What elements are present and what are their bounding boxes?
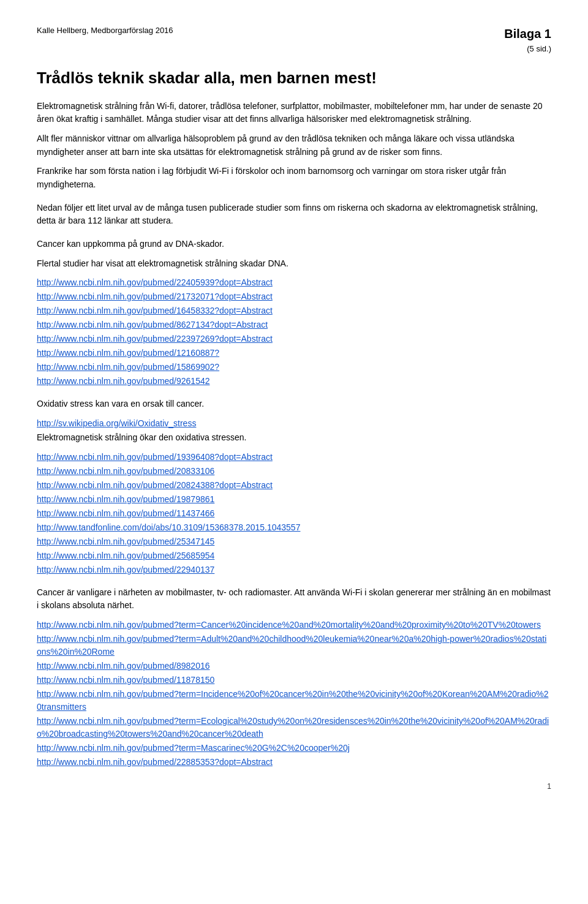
link-item: http://www.ncbi.nlm.nih.gov/pubmed?term=…	[37, 688, 551, 714]
pubmed-link[interactable]: http://www.ncbi.nlm.nih.gov/pubmed/22940…	[37, 565, 214, 574]
pubmed-link[interactable]: http://www.ncbi.nlm.nih.gov/pubmed/22405…	[37, 277, 273, 287]
pubmed-link[interactable]: http://www.ncbi.nlm.nih.gov/pubmed/11437…	[37, 508, 214, 518]
oxidativ-em-text: Elektromagnetisk strålning ökar den oxid…	[37, 431, 551, 445]
bilaga-title: Bilaga 1	[504, 24, 551, 43]
pubmed-link[interactable]: http://www.ncbi.nlm.nih.gov/pubmed/15869…	[37, 362, 219, 372]
link-item: http://www.ncbi.nlm.nih.gov/pubmed?term=…	[37, 633, 551, 658]
pubmed-link[interactable]: http://www.tandfonline.com/doi/abs/10.31…	[37, 522, 300, 532]
pubmed-link[interactable]: http://www.ncbi.nlm.nih.gov/pubmed/92615…	[37, 376, 210, 386]
cancer-near-section: Cancer är vanligare i närheten av mobilm…	[37, 586, 551, 769]
link-item: http://www.ncbi.nlm.nih.gov/pubmed/20824…	[37, 479, 551, 492]
page-header: Kalle Hellberg, Medborgarförslag 2016 Bi…	[37, 24, 551, 55]
link-item: http://www.ncbi.nlm.nih.gov/pubmed?term=…	[37, 619, 551, 631]
intro-paragraph-2: Allt fler människor vittnar om allvarlig…	[37, 132, 551, 159]
cancer-near-text: Cancer är vanligare i närheten av mobilm…	[37, 586, 551, 612]
pubmed-link[interactable]: http://www.ncbi.nlm.nih.gov/pubmed?term=…	[37, 620, 541, 630]
pubmed-link[interactable]: http://www.ncbi.nlm.nih.gov/pubmed/11878…	[37, 675, 214, 685]
pubmed-link[interactable]: http://www.ncbi.nlm.nih.gov/pubmed/22397…	[37, 334, 273, 344]
page-title: Trådlös teknik skadar alla, men barnen m…	[37, 66, 551, 90]
dna-links-block: http://www.ncbi.nlm.nih.gov/pubmed/22405…	[37, 276, 551, 388]
pubmed-link[interactable]: http://www.ncbi.nlm.nih.gov/pubmed?term=…	[37, 716, 549, 739]
pubmed-link[interactable]: http://www.ncbi.nlm.nih.gov/pubmed/86271…	[37, 320, 268, 330]
bilaga-info: Bilaga 1 (5 sid.)	[504, 24, 551, 55]
pubmed-link[interactable]: http://www.ncbi.nlm.nih.gov/pubmed/21732…	[37, 292, 273, 301]
link-item: http://www.ncbi.nlm.nih.gov/pubmed/12160…	[37, 347, 551, 360]
link-item: http://www.ncbi.nlm.nih.gov/pubmed/25347…	[37, 535, 551, 548]
pubmed-link[interactable]: http://www.ncbi.nlm.nih.gov/pubmed?term=…	[37, 689, 548, 712]
link-item: http://www.ncbi.nlm.nih.gov/pubmed/89820…	[37, 660, 551, 672]
link-item: http://www.ncbi.nlm.nih.gov/pubmed/11437…	[37, 507, 551, 520]
pubmed-link[interactable]: http://www.ncbi.nlm.nih.gov/pubmed/19396…	[37, 452, 273, 462]
pubmed-link[interactable]: http://www.ncbi.nlm.nih.gov/pubmed/89820…	[37, 661, 210, 671]
pubmed-link[interactable]: http://www.ncbi.nlm.nih.gov/pubmed/12160…	[37, 348, 219, 358]
pubmed-link[interactable]: http://www.ncbi.nlm.nih.gov/pubmed/25685…	[37, 551, 214, 560]
oxidativ-stress-section: Oxidativ stress kan vara en orsak till c…	[37, 397, 551, 576]
cancer-dna-text1: Cancer kan uppkomma på grund av DNA-skad…	[37, 238, 551, 251]
study-intro-paragraph: Nedan följer ett litet urval av de många…	[37, 202, 551, 228]
intro-section: Elektromagnetisk strålning från Wi-fi, d…	[37, 100, 551, 192]
link-item: http://www.tandfonline.com/doi/abs/10.31…	[37, 521, 551, 534]
link-item: http://www.ncbi.nlm.nih.gov/pubmed/22940…	[37, 563, 551, 576]
link-item: http://www.ncbi.nlm.nih.gov/pubmed/16458…	[37, 304, 551, 317]
study-intro-section: Nedan följer ett litet urval av de många…	[37, 202, 551, 228]
pubmed-link[interactable]: http://www.ncbi.nlm.nih.gov/pubmed?term=…	[37, 743, 350, 753]
oxidativ-links-block: http://www.ncbi.nlm.nih.gov/pubmed/19396…	[37, 451, 551, 576]
link-item: http://www.ncbi.nlm.nih.gov/pubmed/25685…	[37, 549, 551, 562]
pubmed-link[interactable]: http://www.ncbi.nlm.nih.gov/pubmed/19879…	[37, 494, 214, 504]
cancer-dna-section: Cancer kan uppkomma på grund av DNA-skad…	[37, 238, 551, 388]
link-item: http://www.ncbi.nlm.nih.gov/pubmed/21732…	[37, 290, 551, 303]
intro-paragraph-3: Frankrike har som första nation i lag fö…	[37, 165, 551, 191]
pubmed-link[interactable]: http://www.ncbi.nlm.nih.gov/pubmed/22885…	[37, 757, 273, 767]
cancer-dna-text2: Flertal studier har visat att elektromag…	[37, 257, 551, 271]
link-item: http://www.ncbi.nlm.nih.gov/pubmed?term=…	[37, 742, 551, 755]
link-item: http://www.ncbi.nlm.nih.gov/pubmed/19879…	[37, 493, 551, 506]
pubmed-link[interactable]: http://www.ncbi.nlm.nih.gov/pubmed/25347…	[37, 537, 214, 546]
link-item: http://www.ncbi.nlm.nih.gov/pubmed?term=…	[37, 715, 551, 740]
pubmed-link[interactable]: http://www.ncbi.nlm.nih.gov/pubmed/16458…	[37, 306, 273, 315]
link-item: http://www.ncbi.nlm.nih.gov/pubmed/92615…	[37, 375, 551, 388]
link-item: http://www.ncbi.nlm.nih.gov/pubmed/19396…	[37, 451, 551, 464]
intro-paragraph-1: Elektromagnetisk strålning från Wi-fi, d…	[37, 100, 551, 126]
page-number: 1	[37, 781, 551, 792]
author-info: Kalle Hellberg, Medborgarförslag 2016	[37, 24, 173, 37]
link-item: http://www.ncbi.nlm.nih.gov/pubmed/22397…	[37, 333, 551, 345]
link-item: http://www.ncbi.nlm.nih.gov/pubmed/22405…	[37, 276, 551, 289]
bilaga-subtitle: (5 sid.)	[504, 43, 551, 55]
cancer-near-links-block: http://www.ncbi.nlm.nih.gov/pubmed?term=…	[37, 619, 551, 769]
pubmed-link[interactable]: http://www.ncbi.nlm.nih.gov/pubmed/20833…	[37, 466, 214, 476]
pubmed-link[interactable]: http://www.ncbi.nlm.nih.gov/pubmed?term=…	[37, 634, 546, 657]
link-item: http://www.ncbi.nlm.nih.gov/pubmed/86271…	[37, 318, 551, 331]
oxidativ-intro-text: Oxidativ stress kan vara en orsak till c…	[37, 397, 551, 411]
pubmed-link[interactable]: http://www.ncbi.nlm.nih.gov/pubmed/20824…	[37, 480, 273, 490]
link-item: http://www.ncbi.nlm.nih.gov/pubmed/22885…	[37, 756, 551, 769]
link-item: http://www.ncbi.nlm.nih.gov/pubmed/20833…	[37, 465, 551, 478]
link-item: http://www.ncbi.nlm.nih.gov/pubmed/15869…	[37, 361, 551, 374]
oxidativ-wikipedia-link[interactable]: http://sv.wikipedia.org/wiki/Oxidativ_st…	[37, 418, 196, 428]
link-item: http://www.ncbi.nlm.nih.gov/pubmed/11878…	[37, 674, 551, 687]
oxidativ-wikipedia-link-block: http://sv.wikipedia.org/wiki/Oxidativ_st…	[37, 417, 551, 430]
